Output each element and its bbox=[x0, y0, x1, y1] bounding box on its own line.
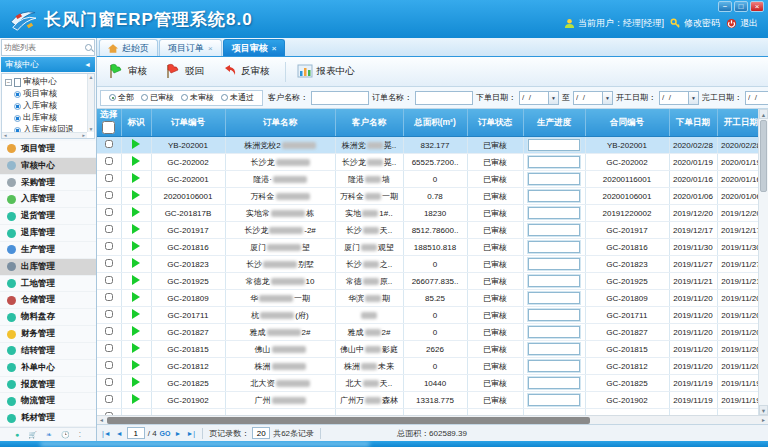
row-checkbox[interactable] bbox=[105, 191, 113, 199]
tree-node-root[interactable]: − 审核中心 bbox=[5, 76, 86, 88]
tree-horizontal-scrollbar[interactable]: ◄► bbox=[2, 132, 87, 138]
collapse-panel-icon[interactable]: ◄ bbox=[84, 61, 91, 68]
tree-node-1[interactable]: 入库审核 bbox=[5, 100, 86, 112]
scroll-down-icon[interactable]: ▼ bbox=[88, 126, 94, 132]
row-select-cell[interactable] bbox=[97, 205, 121, 222]
grid-vertical-scrollbar[interactable]: ▲ ▼ bbox=[758, 109, 768, 415]
tab-1[interactable]: 项目订单× bbox=[159, 39, 222, 56]
column-header-contract[interactable]: 合同编号 bbox=[585, 109, 669, 137]
go-button[interactable]: GO bbox=[160, 430, 171, 437]
scroll-right-icon[interactable]: ► bbox=[759, 417, 768, 423]
row-select-cell[interactable] bbox=[97, 341, 121, 358]
start-date-input[interactable] bbox=[659, 91, 689, 105]
toolbar-button-unaudit[interactable]: 反审核 bbox=[217, 60, 279, 84]
close-tab-icon[interactable]: × bbox=[208, 44, 213, 53]
row-select-cell[interactable] bbox=[97, 256, 121, 273]
row-checkbox[interactable] bbox=[105, 293, 113, 301]
first-page-button[interactable]: |◄ bbox=[101, 430, 112, 437]
toolbar-button-report-center[interactable]: 报表中心 bbox=[292, 60, 364, 84]
toolbar-button-reject[interactable]: 驳回 bbox=[160, 59, 213, 85]
row-checkbox[interactable] bbox=[105, 157, 113, 165]
row-select-cell[interactable] bbox=[97, 239, 121, 256]
scroll-up-icon[interactable]: ▲ bbox=[759, 109, 768, 119]
row-select-cell[interactable] bbox=[97, 222, 121, 239]
last-page-button[interactable]: ►| bbox=[185, 430, 196, 437]
page-size-input[interactable] bbox=[252, 427, 270, 439]
row-select-cell[interactable] bbox=[97, 324, 121, 341]
module-item-10[interactable]: 物料盘存 bbox=[0, 309, 96, 326]
row-select-cell[interactable] bbox=[97, 154, 121, 171]
row-checkbox[interactable] bbox=[105, 395, 113, 403]
tree-node-0[interactable]: 项目审核 bbox=[5, 88, 86, 100]
module-item-8[interactable]: 工地管理 bbox=[0, 276, 96, 293]
row-checkbox[interactable] bbox=[105, 310, 113, 318]
tab-0[interactable]: 起始页 bbox=[99, 39, 158, 56]
scroll-down-icon[interactable]: ▼ bbox=[759, 405, 768, 415]
module-item-2[interactable]: 采购管理 bbox=[0, 175, 96, 192]
scroll-left-icon[interactable]: ◄ bbox=[3, 133, 7, 138]
module-item-0[interactable]: 项目管理 bbox=[0, 141, 96, 158]
module-item-14[interactable]: 报废管理 bbox=[0, 377, 96, 394]
order-name-input[interactable] bbox=[415, 91, 473, 105]
module-item-1[interactable]: 审核中心 bbox=[0, 158, 96, 175]
module-item-13[interactable]: 补单中心 bbox=[0, 360, 96, 377]
status-radio-2[interactable]: 未审核 bbox=[181, 92, 214, 103]
change-password-button[interactable]: 修改密码 bbox=[670, 17, 720, 30]
row-select-cell[interactable] bbox=[97, 307, 121, 324]
row-checkbox[interactable] bbox=[105, 174, 113, 182]
row-checkbox[interactable] bbox=[105, 344, 113, 352]
row-select-cell[interactable] bbox=[97, 273, 121, 290]
module-item-15[interactable]: 物流管理 bbox=[0, 393, 96, 410]
row-checkbox[interactable] bbox=[105, 140, 113, 148]
prev-page-button[interactable]: ◄ bbox=[115, 430, 124, 437]
chevron-down-icon[interactable]: ▼ bbox=[689, 91, 699, 105]
row-select-cell[interactable] bbox=[97, 290, 121, 307]
minimize-button[interactable]: − bbox=[718, 1, 732, 12]
column-header-flag[interactable]: 标识 bbox=[121, 109, 151, 137]
row-checkbox[interactable] bbox=[105, 259, 113, 267]
module-item-5[interactable]: 退库管理 bbox=[0, 225, 96, 242]
scroll-right-icon[interactable]: ► bbox=[82, 133, 86, 138]
column-header-progress[interactable]: 生产进度 bbox=[523, 109, 585, 137]
scrollbar-thumb[interactable] bbox=[760, 120, 767, 192]
module-item-6[interactable]: 生产管理 bbox=[0, 242, 96, 259]
row-select-cell[interactable] bbox=[97, 392, 121, 409]
function-search-input[interactable] bbox=[4, 43, 85, 52]
module-item-7[interactable]: 出库管理 bbox=[0, 259, 96, 276]
module-item-16[interactable]: 耗材管理 bbox=[0, 410, 96, 427]
select-all-checkbox[interactable] bbox=[102, 121, 115, 134]
module-item-11[interactable]: 财务管理 bbox=[0, 326, 96, 343]
tree-vertical-scrollbar[interactable]: ▲▼ bbox=[87, 74, 94, 132]
scroll-up-icon[interactable]: ▲ bbox=[88, 74, 94, 80]
more-icon[interactable]: ⁚ bbox=[79, 431, 81, 439]
row-select-cell[interactable] bbox=[97, 358, 121, 375]
scrollbar-thumb[interactable] bbox=[107, 417, 590, 424]
clock-person-icon[interactable]: 🕒 bbox=[61, 431, 70, 439]
column-header-order_name[interactable]: 订单名称 bbox=[225, 109, 335, 137]
chevron-down-icon[interactable]: ▼ bbox=[549, 91, 559, 105]
expand-icon[interactable]: − bbox=[5, 79, 12, 86]
next-page-button[interactable]: ► bbox=[173, 430, 182, 437]
row-checkbox[interactable] bbox=[105, 225, 113, 233]
tree-node-2[interactable]: 出库审核 bbox=[5, 112, 86, 124]
close-tab-icon[interactable]: × bbox=[272, 44, 277, 53]
finish-date-input[interactable] bbox=[745, 91, 768, 105]
module-item-12[interactable]: 结转管理 bbox=[0, 343, 96, 360]
cart-icon[interactable]: 🛒 bbox=[28, 431, 37, 439]
grid-horizontal-scrollbar[interactable]: ◄ ► bbox=[97, 415, 768, 424]
toolbar-button-audit[interactable]: 审核 bbox=[103, 59, 156, 85]
order-date-from-input[interactable] bbox=[519, 91, 549, 105]
status-radio-3[interactable]: 未通过 bbox=[221, 92, 254, 103]
row-checkbox[interactable] bbox=[105, 242, 113, 250]
row-checkbox[interactable] bbox=[105, 361, 113, 369]
dot-icon[interactable]: ● bbox=[15, 431, 19, 439]
module-item-4[interactable]: 退货管理 bbox=[0, 208, 96, 225]
row-select-cell[interactable] bbox=[97, 171, 121, 188]
column-header-select[interactable]: 选择 bbox=[97, 109, 121, 137]
column-header-customer[interactable]: 客户名称 bbox=[335, 109, 403, 137]
row-checkbox[interactable] bbox=[105, 327, 113, 335]
row-checkbox[interactable] bbox=[105, 208, 113, 216]
logout-button[interactable]: 退出 bbox=[726, 17, 758, 30]
status-radio-1[interactable]: 已审核 bbox=[141, 92, 174, 103]
maximize-button[interactable]: □ bbox=[734, 1, 748, 12]
